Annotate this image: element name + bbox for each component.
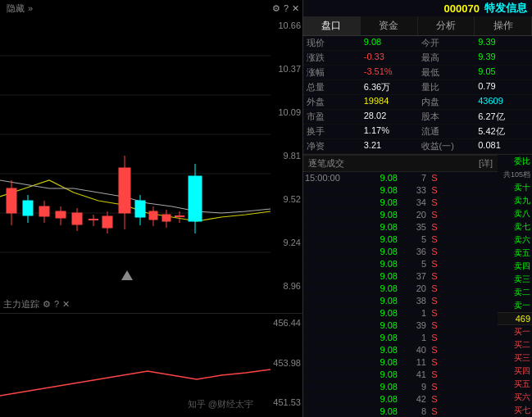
- trade-price-10: 9.08: [361, 283, 398, 293]
- sell-4-label: 卖四: [498, 260, 532, 273]
- trade-price-6: 9.08: [361, 234, 398, 244]
- left-panel: 隐藏 » ⚙ ? ✕ 10.66 10.37 10.09 9.81 9.52 9…: [0, 0, 303, 417]
- trade-time-13: [305, 320, 361, 330]
- trade-price-17: 9.08: [361, 369, 398, 379]
- mid-price-value: 469: [498, 312, 532, 325]
- wei-bi-label: 委比: [498, 155, 532, 168]
- value-neipan: 43609: [475, 95, 532, 109]
- trade-vol-9: 37: [398, 271, 426, 281]
- trade-price-8: 9.08: [361, 259, 398, 269]
- trade-time-17: [305, 369, 361, 379]
- trade-time-20: [305, 406, 361, 416]
- info-row-6: 市盈 28.02 股本 6.27亿: [303, 110, 532, 125]
- svg-rect-23: [102, 216, 112, 228]
- trade-vol-4: 20: [398, 210, 426, 220]
- trade-price-3: 9.08: [361, 197, 398, 207]
- trade-row-6: 9.08 5 S: [303, 233, 498, 246]
- trades-detail-link[interactable]: [详]: [479, 157, 493, 170]
- trade-time-19: [305, 394, 361, 404]
- trade-vol-8: 5: [398, 259, 426, 269]
- sub-close-icon[interactable]: ✕: [62, 299, 70, 310]
- chevron-right-icon: »: [28, 3, 33, 13]
- trade-row-2: 9.08 33 S: [303, 184, 498, 197]
- tab-pankou[interactable]: 盘口: [303, 16, 361, 35]
- trade-row-14: 9.08 1 S: [303, 332, 498, 344]
- sub-question-icon[interactable]: ?: [54, 299, 59, 309]
- value-liangbi: 0.79: [475, 80, 532, 94]
- tab-zijin[interactable]: 资金: [361, 16, 418, 35]
- svg-rect-9: [23, 201, 33, 215]
- label-shouyi: 收益(一): [418, 139, 475, 153]
- trade-vol-7: 36: [398, 247, 426, 256]
- label-huanshou: 换手: [303, 125, 361, 138]
- sell-8-label: 卖八: [498, 207, 532, 220]
- trade-price-14: 9.08: [361, 333, 398, 342]
- tab-caozuo[interactable]: 操作: [475, 16, 532, 35]
- trade-row-1: 15:00:00 9.08 7 S: [303, 172, 498, 184]
- buy-6-label: 买六: [498, 391, 532, 404]
- value-zuigao: 9.39: [475, 51, 532, 65]
- trade-type-19: S: [426, 394, 443, 404]
- trade-vol-3: 34: [398, 197, 426, 207]
- info-row-1: 现价 9.08 今开 9.39: [303, 36, 532, 51]
- label-jinkuai: 今开: [418, 36, 475, 50]
- question-icon[interactable]: ?: [284, 3, 289, 13]
- trade-time-1: 15:00:00: [305, 173, 361, 183]
- sub-label-1: 456.44: [273, 318, 301, 328]
- price-label-3: 10.09: [278, 107, 301, 117]
- trade-type-13: S: [426, 320, 443, 330]
- trade-time-8: [305, 259, 361, 269]
- tab-fenxi[interactable]: 分析: [418, 16, 475, 35]
- info-row-7: 换手 1.17% 流通 5.42亿: [303, 125, 532, 139]
- trade-type-9: S: [426, 271, 443, 281]
- sell-6-label: 卖六: [498, 233, 532, 247]
- trade-price-12: 9.08: [361, 308, 398, 318]
- sub-gear-icon[interactable]: ⚙: [43, 299, 51, 310]
- sub-label-2: 453.98: [273, 358, 301, 368]
- buy-2-label: 买二: [498, 338, 532, 351]
- trade-time-3: [305, 197, 361, 207]
- trades-title: 逐笔成交: [308, 157, 344, 170]
- trade-type-1: S: [426, 173, 443, 183]
- trade-type-16: S: [426, 357, 443, 367]
- value-zhangdie: -0.33: [361, 51, 418, 65]
- trade-price-9: 9.08: [361, 271, 398, 281]
- order-book-col: 委比 共105档 卖十 卖九 卖八 卖七 卖六 卖五 卖四 卖三 卖二 卖一 4…: [498, 155, 532, 417]
- trade-vol-1: 7: [398, 173, 426, 183]
- trade-row-7: 9.08 36 S: [303, 246, 498, 258]
- trade-type-3: S: [426, 197, 443, 207]
- tab-row: 盘口 资金 分析 操作: [303, 16, 532, 36]
- trade-vol-17: 41: [398, 369, 426, 379]
- hide-label[interactable]: 隐藏: [7, 2, 25, 15]
- trade-time-14: [305, 333, 361, 342]
- label-waipan: 外盘: [303, 95, 361, 109]
- trade-price-4: 9.08: [361, 210, 398, 220]
- value-waipan: 19984: [361, 95, 418, 109]
- sub-chart-svg: [0, 314, 271, 412]
- label-zuidi: 最低: [418, 66, 475, 79]
- trade-vol-15: 40: [398, 345, 426, 355]
- trade-time-4: [305, 210, 361, 220]
- trade-vol-11: 38: [398, 296, 426, 306]
- trade-vol-20: 8: [398, 406, 426, 416]
- buy-3-label: 买三: [498, 351, 532, 365]
- sub-chart-toolbar: 主力追踪 ⚙ ? ✕: [0, 295, 302, 313]
- trade-time-2: [305, 185, 361, 195]
- close-icon[interactable]: ✕: [292, 3, 299, 14]
- trade-vol-16: 11: [398, 357, 426, 367]
- left-top-bar: 隐藏 » ⚙ ? ✕: [0, 0, 302, 16]
- label-liutong: 流通: [418, 125, 475, 138]
- trade-vol-10: 20: [398, 283, 426, 293]
- label-guben: 股本: [418, 110, 475, 124]
- trade-type-17: S: [426, 369, 443, 379]
- svg-rect-6: [7, 188, 16, 213]
- trade-type-6: S: [426, 234, 443, 244]
- label-neipan: 内盘: [418, 95, 475, 109]
- trade-vol-19: 42: [398, 394, 426, 404]
- svg-rect-18: [72, 213, 82, 224]
- sell-10-label: 卖十: [498, 181, 532, 194]
- buy-5-label: 买五: [498, 378, 532, 391]
- main-right: 逐笔成交 [详] 15:00:00 9.08 7 S 9.08 33 S: [303, 155, 498, 417]
- gear-icon[interactable]: ⚙: [272, 3, 280, 14]
- trade-type-2: S: [426, 185, 443, 195]
